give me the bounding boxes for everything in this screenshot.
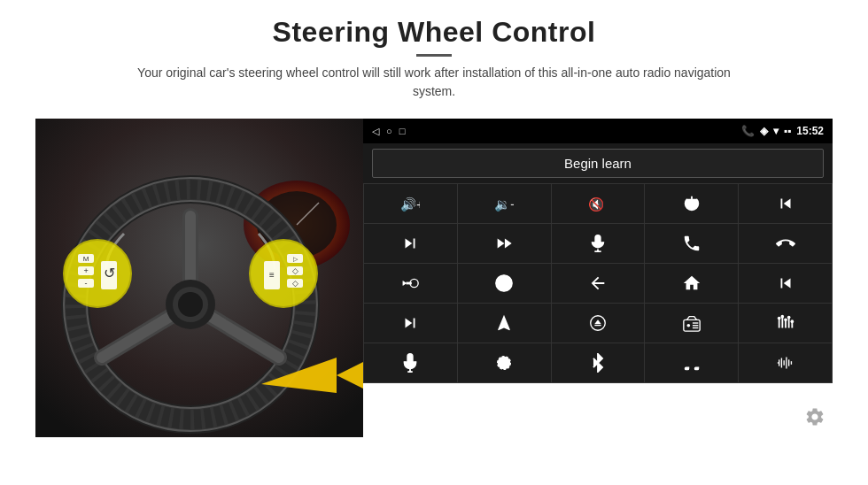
control-grid: 🔊+ 🔉− 🔇	[363, 183, 833, 383]
home-button[interactable]	[645, 264, 738, 303]
navigate-button[interactable]	[458, 304, 551, 343]
prev-track-button[interactable]	[739, 184, 832, 223]
svg-text:-: -	[85, 279, 88, 288]
horn-button[interactable]	[364, 264, 457, 303]
clock: 15:52	[796, 125, 824, 137]
location-icon: ◈	[760, 125, 768, 137]
svg-text:🔇: 🔇	[588, 196, 605, 212]
steering-wheel-svg: M + - ↺ ▷ ◇ ◇ ≡	[35, 119, 363, 437]
recents-nav-icon[interactable]: □	[399, 126, 406, 136]
cam-360-button[interactable]: 360°	[458, 264, 551, 303]
hang-up-button[interactable]	[739, 224, 832, 263]
svg-rect-37	[407, 282, 412, 285]
steering-wheel-image: M + - ↺ ▷ ◇ ◇ ≡	[35, 119, 363, 437]
title-divider	[416, 54, 452, 57]
phone-button[interactable]	[645, 224, 738, 263]
svg-point-20	[250, 240, 317, 307]
eq-button[interactable]	[739, 304, 832, 343]
vol-up-button[interactable]: 🔊+	[364, 184, 457, 223]
svg-text:M: M	[83, 255, 89, 263]
mute-button[interactable]: 🔇	[552, 184, 645, 223]
svg-marker-36	[403, 281, 407, 286]
home-nav-icon[interactable]: ○	[386, 126, 392, 136]
back-nav-icon[interactable]: ◁	[372, 126, 379, 137]
svg-text:360°: 360°	[500, 283, 508, 288]
title-section: Steering Wheel Control Your original car…	[124, 16, 744, 101]
mic2-button[interactable]	[364, 343, 457, 382]
svg-text:◇: ◇	[292, 266, 298, 275]
status-bar: ◁ ○ □ 📞 ◈ ▾ ▪▪ 15:52	[363, 119, 833, 143]
svg-text:🔉−: 🔉−	[494, 196, 514, 212]
svg-text:+: +	[83, 266, 88, 275]
page-subtitle: Your original car's steering wheel contr…	[124, 64, 744, 101]
svg-rect-41	[594, 325, 601, 326]
skip-fwd-button[interactable]	[364, 304, 457, 343]
svg-point-56	[790, 319, 794, 323]
android-panel-wrapper: ◁ ○ □ 📞 ◈ ▾ ▪▪ 15:52 Begin learn	[363, 119, 833, 437]
svg-point-52	[777, 317, 780, 320]
settings2-button[interactable]	[458, 343, 551, 382]
eject-button[interactable]	[552, 304, 645, 343]
next-track-button[interactable]	[364, 224, 457, 263]
mic-button[interactable]	[552, 224, 645, 263]
svg-text:◇: ◇	[292, 279, 298, 288]
svg-point-60	[498, 357, 511, 370]
svg-point-43	[686, 324, 690, 327]
svg-point-54	[784, 319, 787, 322]
status-bar-left: ◁ ○ □	[372, 126, 405, 137]
content-row: M + - ↺ ▷ ◇ ◇ ≡	[35, 119, 833, 437]
vol-down-button[interactable]: 🔉−	[458, 184, 551, 223]
music-button[interactable]	[645, 343, 738, 382]
battery-icon: ▪▪	[784, 125, 792, 137]
svg-text:↺: ↺	[104, 266, 115, 281]
phone-signal-icon: 📞	[741, 125, 755, 137]
status-bar-right: 📞 ◈ ▾ ▪▪ 15:52	[741, 125, 824, 137]
fast-forward-button[interactable]	[458, 224, 551, 263]
svg-point-11	[64, 240, 131, 307]
begin-learn-row: Begin learn	[363, 143, 833, 183]
settings-gear-button[interactable]	[804, 406, 825, 432]
bluetooth-button[interactable]	[552, 343, 645, 382]
radio-button[interactable]	[645, 304, 738, 343]
skip-back-button[interactable]	[739, 264, 832, 303]
back-button[interactable]	[552, 264, 645, 303]
wave-eq-button[interactable]	[739, 343, 832, 382]
page-title: Steering Wheel Control	[124, 16, 744, 49]
svg-text:≡: ≡	[269, 270, 275, 280]
begin-learn-button[interactable]: Begin learn	[372, 149, 824, 178]
svg-point-10	[178, 292, 203, 317]
wifi-icon: ▾	[773, 125, 779, 137]
page-container: Steering Wheel Control Your original car…	[0, 0, 868, 485]
svg-point-53	[780, 315, 784, 319]
android-panel: ◁ ○ □ 📞 ◈ ▾ ▪▪ 15:52 Begin learn	[363, 119, 833, 383]
seicane-watermark: Seicane	[562, 412, 634, 430]
power-button[interactable]	[645, 184, 738, 223]
svg-point-55	[787, 316, 790, 319]
svg-text:🔊+: 🔊+	[400, 196, 420, 212]
